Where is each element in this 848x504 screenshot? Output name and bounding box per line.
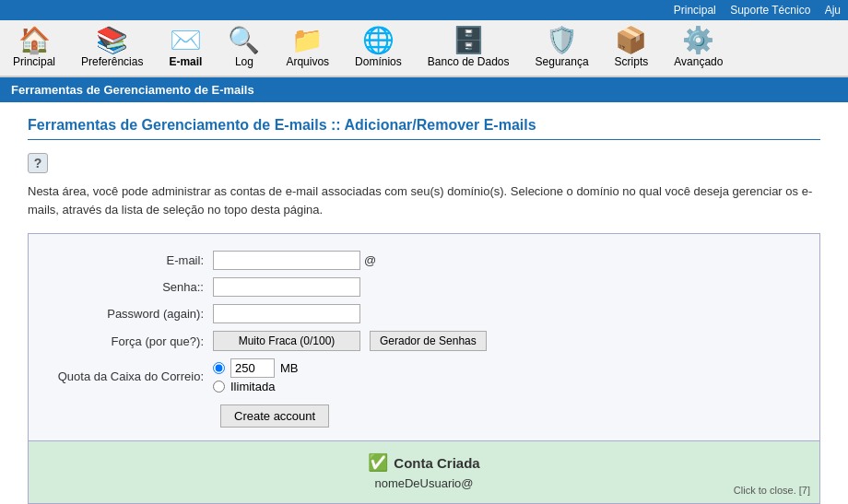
quota-mb-radio[interactable] (213, 362, 225, 374)
toolbar-arquivos-label: Arquivos (286, 55, 329, 68)
strength-button[interactable]: Muito Fraca (0/100) (213, 331, 360, 351)
toolbar-principal-label: Principal (13, 55, 55, 68)
toolbar-log[interactable]: 🔍 Log (215, 24, 273, 72)
topnav-principal[interactable]: Principal (674, 4, 716, 17)
toolbar: 🏠 Principal 📚 Preferências ✉️ E-mail 🔍 L… (0, 20, 848, 77)
success-box: ✅ Conta Criada nomeDeUsuario@ Click to c… (28, 441, 820, 504)
success-check-icon: ✅ (368, 452, 388, 473)
email-form-box: E-mail: @ Senha:: Password (again): Forç… (28, 233, 820, 441)
top-nav: Principal Suporte Técnico Aju (0, 0, 848, 20)
quota-row: Quota da Caixa do Correio: MB Ilimitada (47, 358, 801, 393)
email-label: E-mail: (47, 253, 213, 267)
quota-options: MB Ilimitada (213, 358, 299, 393)
quota-mb-option: MB (213, 358, 299, 378)
email-input[interactable] (213, 251, 360, 270)
toolbar-scripts-label: Scripts (615, 55, 649, 68)
files-icon: 📁 (291, 28, 324, 53)
toolbar-preferencias-label: Preferências (81, 55, 143, 68)
toolbar-email-label: E-mail (169, 55, 202, 68)
section-header-text: Ferramentas de Gerenciamento de E-mails (11, 83, 254, 97)
description: Nesta área, você pode administrar as con… (28, 182, 820, 218)
topnav-suporte[interactable]: Suporte Técnico (730, 4, 810, 17)
toolbar-dominios[interactable]: 🌐 Domínios (342, 24, 415, 72)
senha-label: Senha:: (47, 280, 213, 294)
success-username: nomeDeUsuario@ (47, 476, 801, 490)
quota-unit: MB (280, 361, 299, 375)
forca-label: Força (por que?): (47, 334, 213, 348)
page-title: Ferramentas de Gerenciamento de E-mails … (28, 117, 820, 140)
quota-unlimited-radio[interactable] (213, 381, 225, 393)
success-title: ✅ Conta Criada (47, 452, 801, 473)
toolbar-banco-label: Banco de Dados (428, 55, 510, 68)
close-link[interactable]: Click to close. [7] (734, 485, 810, 496)
quota-label: Quota da Caixa do Correio: (47, 369, 213, 383)
quota-value-input[interactable] (230, 358, 275, 378)
toolbar-preferencias[interactable]: 📚 Preferências (68, 24, 156, 72)
toolbar-avancado-label: Avançado (674, 55, 723, 68)
toolbar-scripts[interactable]: 📦 Scripts (602, 24, 662, 72)
help-icon[interactable]: ? (28, 153, 48, 173)
email-icon: ✉️ (170, 28, 202, 53)
gerador-button[interactable]: Gerador de Senhas (370, 331, 487, 351)
toolbar-avancado[interactable]: ⚙️ Avançado (661, 24, 736, 72)
prefs-icon: 📚 (96, 28, 128, 53)
page-content: Ferramentas de Gerenciamento de E-mails … (0, 102, 848, 504)
toolbar-seguranca-label: Segurança (536, 55, 589, 68)
success-title-text: Conta Criada (394, 455, 479, 471)
section-header: Ferramentas de Gerenciamento de E-mails (0, 77, 848, 102)
email-row: E-mail: @ (47, 251, 801, 270)
scripts-icon: 📦 (615, 28, 647, 53)
create-account-button[interactable]: Create account (220, 404, 329, 428)
password-again-label: Password (again): (47, 307, 213, 321)
toolbar-dominios-label: Domínios (355, 55, 402, 68)
toolbar-principal[interactable]: 🏠 Principal (0, 24, 68, 72)
domains-icon: 🌐 (362, 28, 395, 53)
toolbar-arquivos[interactable]: 📁 Arquivos (273, 24, 342, 72)
toolbar-banco-de-dados[interactable]: 🗄️ Banco de Dados (415, 24, 523, 72)
toolbar-log-label: Log (235, 55, 253, 68)
senha-input[interactable] (213, 277, 360, 297)
forca-row: Força (por que?): Muito Fraca (0/100) Ge… (47, 331, 801, 351)
quota-unlimited-option: Ilimitada (213, 380, 299, 393)
advanced-icon: ⚙️ (682, 28, 714, 53)
senha-row: Senha:: (47, 277, 801, 297)
toolbar-email[interactable]: ✉️ E-mail (156, 24, 215, 72)
at-sign: @ (364, 253, 376, 267)
create-account-row: Create account (47, 399, 801, 428)
log-icon: 🔍 (228, 28, 260, 53)
security-icon: 🛡️ (546, 28, 578, 53)
quota-unlimited-label: Ilimitada (230, 380, 275, 393)
toolbar-seguranca[interactable]: 🛡️ Segurança (523, 24, 602, 72)
home-icon: 🏠 (18, 28, 51, 53)
db-icon: 🗄️ (453, 28, 485, 53)
topnav-aju[interactable]: Aju (825, 4, 841, 17)
password-again-row: Password (again): (47, 304, 801, 323)
password-again-input[interactable] (213, 304, 360, 323)
